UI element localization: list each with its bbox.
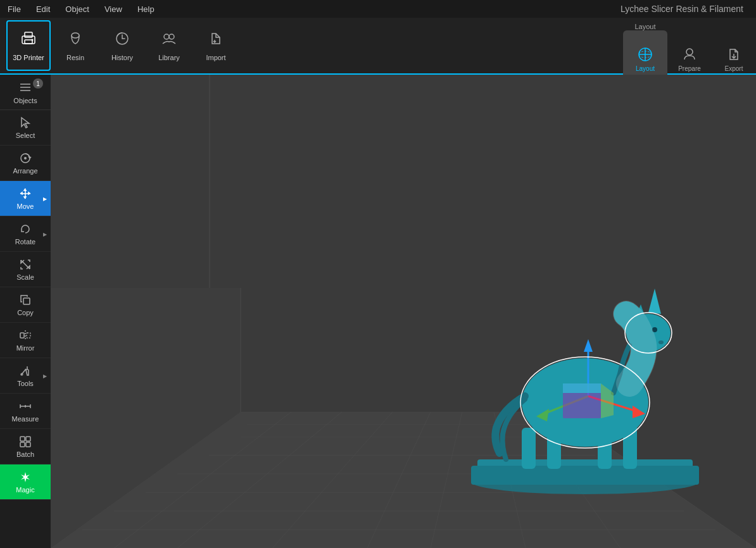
- svg-line-27: [21, 369, 26, 375]
- resin-icon: [66, 30, 84, 51]
- svg-rect-25: [20, 333, 24, 338]
- tool-mirror-label: Mirror: [16, 344, 35, 352]
- printer-icon: [20, 30, 37, 51]
- top-toolbar: 3D Printer Resin History: [0, 18, 756, 75]
- toolbar-library-label: Library: [158, 54, 180, 61]
- toolbar-resin[interactable]: Resin: [53, 20, 98, 71]
- export-button[interactable]: Export: [712, 30, 756, 75]
- toolbar-3dprinter-label: 3D Printer: [13, 54, 44, 61]
- rotate-arrow: ▶: [43, 231, 47, 237]
- svg-rect-1: [25, 32, 32, 37]
- svg-rect-2: [25, 40, 32, 44]
- tool-move[interactable]: Move ▶: [0, 181, 51, 216]
- tool-scale-label: Scale: [16, 273, 34, 281]
- prepare-button[interactable]: Prepare: [667, 30, 712, 75]
- svg-rect-36: [26, 442, 30, 447]
- tool-rotate[interactable]: Rotate ▶: [0, 216, 51, 252]
- toolbar-import[interactable]: Import: [194, 20, 238, 71]
- prepare-btn-label: Prepare: [678, 65, 701, 72]
- svg-rect-35: [20, 442, 25, 447]
- svg-point-4: [72, 33, 79, 38]
- tool-select-label: Select: [16, 132, 35, 139]
- toolbar-import-label: Import: [206, 54, 225, 61]
- svg-marker-72: [584, 339, 593, 352]
- svg-point-6: [164, 34, 169, 39]
- 3d-viewport[interactable]: [51, 75, 756, 548]
- tool-magic[interactable]: Magic: [0, 464, 51, 500]
- toolbar-resin-label: Resin: [66, 54, 84, 61]
- tool-batch[interactable]: Batch: [0, 429, 51, 464]
- tool-magic-label: Magic: [16, 486, 34, 494]
- objects-panel-btn[interactable]: 1 Objects: [0, 75, 51, 110]
- tool-tools[interactable]: Tools ▶: [0, 358, 51, 394]
- menu-view[interactable]: View: [102, 3, 125, 15]
- move-arrow: ▶: [43, 196, 47, 201]
- svg-marker-78: [563, 383, 601, 393]
- tool-copy-label: Copy: [17, 309, 34, 316]
- tool-rotate-label: Rotate: [15, 238, 35, 246]
- objects-count-badge: 1: [33, 78, 43, 89]
- tool-move-label: Move: [17, 202, 34, 210]
- layout-section: Layout Layout Prepare: [623, 18, 756, 75]
- toolbar-history-label: History: [111, 54, 133, 61]
- svg-marker-67: [648, 289, 661, 314]
- tool-tools-label: Tools: [17, 380, 34, 387]
- main-area: 1 Objects Select Arrange: [0, 75, 756, 548]
- history-icon: [113, 30, 131, 51]
- svg-rect-34: [26, 437, 30, 441]
- toolbar-library[interactable]: Library: [147, 20, 191, 71]
- layout-btn-label: Layout: [636, 65, 655, 72]
- svg-point-7: [169, 34, 174, 39]
- svg-point-19: [24, 157, 27, 159]
- export-btn-label: Export: [725, 65, 743, 72]
- menubar: File Edit Object View Help Lychee Slicer…: [0, 0, 756, 18]
- tool-select[interactable]: Select: [0, 110, 51, 146]
- svg-point-3: [32, 39, 34, 41]
- menu-object[interactable]: Object: [63, 3, 92, 15]
- library-icon: [160, 30, 178, 51]
- left-sidebar: 1 Objects Select Arrange: [0, 75, 51, 548]
- menu-help[interactable]: Help: [135, 3, 157, 15]
- tool-scale[interactable]: Scale: [0, 252, 51, 287]
- unicorn-model: [452, 257, 718, 497]
- layout-button[interactable]: Layout: [623, 30, 667, 75]
- toolbar-history[interactable]: History: [100, 20, 144, 71]
- tool-arrange[interactable]: Arrange: [0, 146, 51, 181]
- app-title: Lychee Slicer Resin & Filament: [621, 4, 743, 14]
- tool-copy[interactable]: Copy: [0, 287, 51, 323]
- svg-point-13: [686, 49, 693, 55]
- menu-file[interactable]: File: [5, 3, 23, 15]
- svg-line-22: [21, 260, 30, 269]
- tool-mirror[interactable]: Mirror: [0, 323, 51, 358]
- svg-rect-60: [471, 466, 699, 485]
- tool-arrange-label: Arrange: [13, 167, 37, 175]
- tool-measure-label: Measure: [12, 415, 39, 423]
- svg-rect-26: [27, 333, 30, 338]
- tool-measure[interactable]: Measure: [0, 394, 51, 429]
- toolbar-3dprinter[interactable]: 3D Printer: [6, 20, 51, 71]
- svg-point-69: [658, 340, 664, 344]
- svg-rect-61: [522, 428, 536, 469]
- menu-edit[interactable]: Edit: [34, 3, 53, 15]
- tools-arrow: ▶: [43, 373, 47, 378]
- svg-rect-23: [23, 298, 30, 304]
- svg-rect-33: [20, 437, 25, 441]
- layout-label: Layout: [634, 20, 655, 30]
- import-icon: [207, 30, 225, 51]
- objects-label: Objects: [13, 97, 37, 104]
- tool-batch-label: Batch: [16, 451, 34, 458]
